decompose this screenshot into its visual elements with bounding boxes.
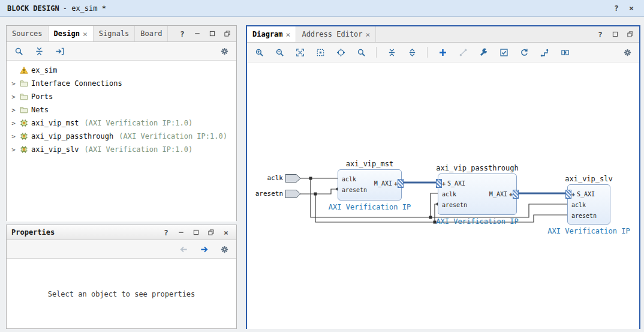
tree-item-axi-vip-slv[interactable]: >axi_vip_slv(AXI Verification IP:1.0): [7, 143, 236, 156]
expander-chevron-icon[interactable]: >: [10, 133, 17, 140]
title-bar-controls: ?×: [611, 3, 637, 14]
block-interface-s-axi[interactable]: +S_AXI: [571, 189, 595, 199]
diagram-maximize-button[interactable]: [610, 29, 621, 40]
tree-item-ex-sim[interactable]: ex_sim: [7, 64, 236, 77]
properties-maximize-button[interactable]: [191, 227, 201, 238]
diagram-tab-diagram[interactable]: Diagram×: [247, 26, 296, 42]
properties-controls: ?×: [161, 227, 231, 238]
ip-block-axi-vip-slv[interactable]: axi_vip_slv+S_AXIaclkaresetnAXI Verifica…: [567, 184, 610, 225]
diagram-float-button[interactable]: [625, 29, 636, 40]
design-maximize-button[interactable]: [207, 28, 218, 39]
tree-item-axi-vip-passthrough[interactable]: >axi_vip_passthrough(AXI Verification IP…: [7, 130, 236, 143]
diagram-zoom-in-button[interactable]: [251, 45, 267, 60]
zoom-fit-icon: [296, 48, 305, 57]
blockdesign-close-button[interactable]: ×: [626, 3, 637, 14]
expand-interface-icon[interactable]: +: [442, 180, 446, 187]
expander-chevron-icon[interactable]: >: [10, 146, 17, 154]
block-pin-aclk[interactable]: aclk: [342, 174, 356, 184]
diagram-optimize-routing-button[interactable]: [536, 45, 553, 60]
tree-item-label: Nets: [31, 106, 49, 114]
properties-close-button[interactable]: ×: [221, 227, 231, 238]
design-tab-board[interactable]: Board: [135, 26, 168, 41]
folder-icon: [20, 92, 28, 101]
diagram-make-connection-button[interactable]: [455, 45, 471, 60]
design-tab-sources[interactable]: Sources: [7, 26, 49, 41]
tab-label: Address Editor: [302, 30, 362, 38]
interface-stub: [513, 190, 519, 199]
external-port-aclk[interactable]: [285, 175, 300, 183]
properties-panel: Properties ?× Select an object to see pr…: [6, 225, 237, 329]
properties-float-button[interactable]: [206, 227, 216, 238]
expander-chevron-icon[interactable]: >: [10, 93, 17, 101]
close-tab-icon[interactable]: ×: [286, 31, 291, 38]
external-port-label-aresetn: aresetn: [247, 190, 283, 198]
diagram-tab-address-editor[interactable]: Address Editor×: [296, 26, 376, 42]
blockdesign-help-button[interactable]: ?: [611, 3, 622, 14]
close-tab-icon[interactable]: ×: [83, 30, 88, 38]
diagram-zoom-out-button[interactable]: [271, 45, 288, 60]
properties-toolbar: [7, 240, 236, 259]
diagram-regenerate-layout-button[interactable]: [516, 45, 532, 60]
design-scroll-to-button[interactable]: [51, 44, 68, 59]
properties-back-button[interactable]: [175, 242, 192, 257]
diagram-settings-button[interactable]: [619, 45, 636, 60]
design-collapse-all-button[interactable]: [31, 44, 47, 59]
design-minimize-button[interactable]: [192, 28, 203, 39]
pin-label: aclk: [342, 176, 356, 183]
properties-minimize-button[interactable]: [176, 227, 186, 238]
diagram-zoom-to-selection-button[interactable]: [312, 45, 329, 60]
expander-chevron-icon[interactable]: >: [10, 119, 17, 127]
target-icon: [336, 48, 345, 57]
properties-help-button[interactable]: ?: [161, 227, 171, 238]
block-pin-aclk[interactable]: aclk: [571, 200, 586, 210]
block-interface-m-axi[interactable]: M_AXI+: [374, 178, 398, 188]
diagram-canvas[interactable]: aclk aresetn axi_vip_mstaclkaresetnM_AXI…: [247, 62, 639, 329]
block-interface-s-axi[interactable]: +S_AXI: [442, 178, 465, 188]
diagram-fit-selection-button[interactable]: [332, 45, 349, 60]
design-search-button[interactable]: [10, 44, 27, 59]
diagram-expand-hierarchy-button[interactable]: [404, 45, 420, 60]
expander-chevron-icon[interactable]: >: [10, 80, 17, 88]
block-interface-m-axi[interactable]: M_AXI+: [489, 189, 513, 199]
expand-hierarchy-icon: [408, 48, 417, 57]
wire-junction-dot: [309, 177, 312, 180]
design-settings-button[interactable]: [216, 44, 233, 59]
expand-interface-icon[interactable]: +: [571, 191, 575, 198]
design-float-button[interactable]: [222, 28, 233, 39]
tree-item-interface-connections[interactable]: >Interface Connections: [7, 77, 236, 90]
external-port-aresetn[interactable]: [285, 190, 300, 198]
tree-item-nets[interactable]: >Nets: [7, 103, 236, 116]
tree-item-ports[interactable]: >Ports: [7, 90, 236, 103]
close-tab-icon[interactable]: ×: [366, 31, 371, 38]
diagram-zoom-fit-button[interactable]: [291, 45, 308, 60]
block-pin-aresetn[interactable]: aresetn: [571, 211, 597, 220]
ip-block-axi-vip-passthrough[interactable]: axi_vip_passthrough+S_AXIaclkaresetnM_AX…: [438, 174, 517, 215]
design-tab-design[interactable]: Design×: [49, 26, 94, 41]
help-icon: ?: [164, 229, 168, 237]
block-pin-aresetn[interactable]: aresetn: [342, 185, 367, 195]
collapse-all-icon: [35, 47, 44, 56]
properties-forward-button[interactable]: [195, 242, 212, 257]
design-tab-signals[interactable]: Signals: [94, 26, 136, 41]
block-pin-aclk[interactable]: aclk: [442, 189, 456, 199]
properties-settings-button[interactable]: [216, 242, 233, 257]
diagram-add-ip-button[interactable]: [434, 45, 451, 60]
window-subtitle: - ex_sim *: [63, 4, 106, 13]
diagram-customize-block-button[interactable]: [475, 45, 492, 60]
expander-chevron-icon[interactable]: >: [10, 106, 17, 114]
design-warning-icon: [20, 66, 28, 74]
block-pin-aresetn[interactable]: aresetn: [442, 200, 467, 210]
wire-junction-dot: [314, 193, 317, 196]
design-help-button[interactable]: ?: [177, 28, 188, 39]
zoom-out-icon: [275, 48, 284, 57]
diagram-validate-design-button[interactable]: [495, 45, 512, 60]
diagram-search-button[interactable]: [353, 45, 369, 60]
ip-block-axi-vip-mst[interactable]: axi_vip_mstaclkaresetnM_AXI+AXI Verifica…: [338, 169, 402, 201]
diagram-show-interfaces-button[interactable]: [556, 45, 573, 60]
diagram-collapse-hierarchy-button[interactable]: [383, 45, 400, 60]
properties-header: Properties ?×: [7, 225, 236, 240]
diagram-help-button[interactable]: ?: [595, 29, 606, 40]
tree-item-axi-vip-mst[interactable]: >axi_vip_mst(AXI Verification IP:1.0): [7, 116, 236, 130]
tree-item-label: Interface Connections: [31, 79, 122, 88]
help-icon: ?: [598, 31, 603, 38]
